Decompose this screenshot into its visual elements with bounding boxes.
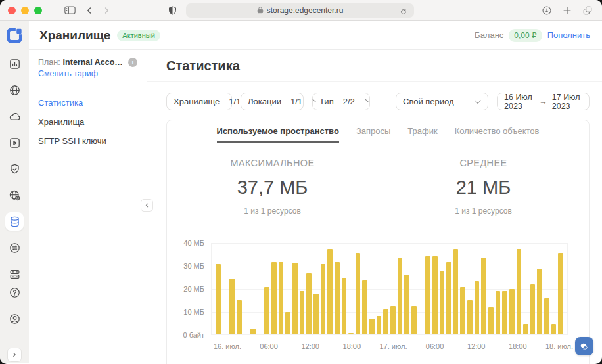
bar (481, 258, 486, 334)
bar (335, 262, 340, 334)
bar (362, 280, 367, 334)
bar (342, 278, 347, 334)
bar (306, 273, 312, 334)
bar (453, 249, 459, 334)
bar-chart: 40 МБ30 МБ20 МБ10 МБ0 байт 16. июл.06:00… (182, 243, 568, 352)
bar (475, 281, 480, 334)
filter-locations-select[interactable]: Локации 1/1 (241, 93, 304, 110)
rail-expand-button[interactable] (7, 348, 22, 362)
period-select[interactable]: Свой период (396, 93, 488, 110)
x-tick-label: 18:00 (509, 342, 527, 350)
bar (488, 307, 494, 334)
sidebar-toggle-icon[interactable] (62, 3, 78, 18)
rail-item-shield-check-icon[interactable] (5, 160, 24, 178)
plan-value: Internal Account_RUB_St… (63, 58, 126, 67)
chat-button[interactable] (575, 337, 593, 355)
close-window-button[interactable] (8, 7, 16, 14)
sidebar-panel: План: Internal Account_RUB_St… i Сменить… (29, 50, 147, 363)
bar (551, 324, 557, 334)
rail-item-database-icon[interactable] (5, 212, 24, 231)
tab-requests[interactable]: Запросы (356, 126, 390, 143)
download-button[interactable] (539, 3, 555, 18)
x-tick-label: 17. июл. (379, 342, 407, 350)
sidebar-item-statistics[interactable]: Статистика (38, 98, 137, 108)
bar (356, 253, 361, 334)
rail-item-globe-icon[interactable] (5, 81, 24, 99)
chart-y-axis: 40 МБ30 МБ20 МБ10 МБ0 байт (182, 243, 211, 335)
bar (390, 306, 396, 334)
bar (460, 287, 465, 334)
tab-overview-button[interactable] (580, 3, 595, 18)
bar (502, 291, 507, 334)
back-button[interactable] (81, 3, 97, 18)
filter-value: 1/1 (229, 97, 241, 106)
address-bar[interactable]: storage.edgecenter.ru (186, 3, 414, 18)
stat-value: 21 МБ (378, 177, 589, 198)
lock-icon (257, 5, 264, 16)
tab-traffic[interactable]: Трафик (407, 126, 437, 143)
filter-storage-select[interactable]: Хранилище 1/1 (166, 93, 232, 110)
bar (530, 284, 536, 334)
bar (321, 264, 326, 334)
bar (348, 333, 354, 334)
reload-button[interactable] (396, 4, 411, 20)
arrow-right-icon: → (539, 97, 547, 106)
tab-object-count[interactable]: Количество объектов (455, 126, 540, 143)
help-icon[interactable] (5, 283, 24, 302)
y-tick-label: 30 МБ (183, 262, 204, 270)
chart-x-axis: 16. июл.06:0012:0018:0017. июл.06:0012:0… (211, 340, 568, 352)
bar (432, 256, 438, 334)
browser-window: storage.edgecenter.ru (0, 0, 602, 364)
user-account-icon[interactable] (5, 309, 24, 328)
app-header: Хранилище Активный Баланс 0,00 ₽ Пополни… (29, 21, 602, 50)
rail-item-bar-chart-icon[interactable] (5, 55, 24, 73)
rail-item-server-racks-icon[interactable] (5, 265, 24, 283)
bar (496, 291, 501, 334)
rail-item-swap-arrows-icon[interactable] (5, 239, 24, 257)
privacy-shield-icon[interactable] (164, 3, 180, 18)
chart-bars (212, 244, 567, 334)
tabs: Используемое пространство Запросы Трафик… (167, 120, 589, 143)
bar (411, 306, 417, 334)
bar (271, 262, 277, 334)
new-tab-button[interactable] (559, 3, 575, 18)
filter-value: 1/1 (290, 97, 302, 106)
minimize-window-button[interactable] (21, 7, 29, 14)
bar (544, 298, 549, 334)
date-range-picker[interactable]: 16 Июл 2023 → 17 Июл 2023 (497, 93, 590, 110)
panel-collapse-button[interactable] (141, 199, 153, 212)
sidebar-item-storages[interactable]: Хранилища (38, 117, 137, 127)
balance-label: Баланс (475, 30, 503, 40)
topup-link[interactable]: Пополнить (547, 30, 590, 40)
change-plan-link[interactable]: Сменить тариф (38, 69, 98, 78)
bar (250, 329, 256, 334)
rail-item-play-square-icon[interactable] (5, 133, 24, 152)
bar (292, 263, 298, 334)
period-label: Свой период (403, 97, 454, 106)
zoom-window-button[interactable] (34, 7, 42, 14)
chevron-down-icon (475, 97, 481, 104)
filter-label: Хранилище (174, 97, 220, 106)
status-badge: Активный (117, 30, 160, 41)
rail-item-cloud-icon[interactable] (5, 107, 24, 125)
main-content: Статистика Хранилище 1/1 Локации 1/1 (147, 50, 602, 363)
window-controls (8, 7, 42, 14)
info-icon[interactable]: i (128, 58, 137, 67)
url-text: storage.edgecenter.ru (267, 6, 344, 15)
bar (467, 300, 473, 334)
chart-plot (211, 243, 568, 335)
bar (244, 334, 249, 334)
tab-used-space[interactable]: Используемое пространство (217, 126, 339, 143)
balance-value: 0,00 ₽ (509, 29, 542, 42)
icon-rail (0, 21, 29, 363)
filter-type-select[interactable]: Тип 2/2 (312, 93, 370, 110)
sidebar-item-sftp-ssh-keys[interactable]: SFTP SSH ключи (38, 136, 137, 146)
bar (383, 309, 388, 334)
x-tick-label: 18. июл. (545, 342, 573, 350)
forward-button[interactable] (99, 3, 114, 18)
x-tick-label: 06:00 (426, 342, 444, 350)
rail-item-globe-gear-icon[interactable] (5, 186, 24, 204)
bar (237, 300, 242, 334)
panel-divider (29, 87, 147, 87)
x-tick-label: 12:00 (301, 342, 319, 350)
